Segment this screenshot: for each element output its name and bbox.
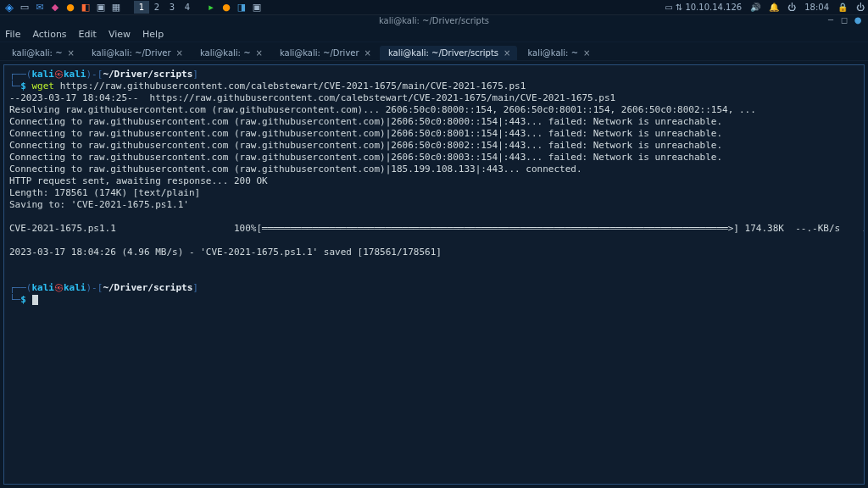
terminal-tabs: kali@kali: ~× kali@kali: ~/Driver× kali@… xyxy=(0,42,868,61)
app-icon[interactable]: ◆ xyxy=(49,2,61,14)
system-taskbar: ◈ ▭ ✉ ◆ ● ◧ ▣ ▦ 1 2 3 4 ▸ ● ◨ ▣ ▭ ⇅ 10.1… xyxy=(0,0,868,15)
vscode-icon[interactable]: ◨ xyxy=(236,2,248,14)
menu-help[interactable]: Help xyxy=(142,29,164,40)
vpn-ip: 10.10.14.126 xyxy=(685,3,742,12)
close-icon[interactable]: × xyxy=(256,48,263,58)
window-titlebar[interactable]: kali@kali: ~/Driver/scripts xyxy=(0,15,868,27)
burp-icon[interactable]: ◧ xyxy=(80,2,92,14)
menu-actions[interactable]: Actions xyxy=(32,29,66,40)
kali-logo-icon[interactable]: ◈ xyxy=(3,2,15,14)
tab-label: kali@kali: ~/Driver xyxy=(280,48,359,58)
maximize-button[interactable]: ◻ xyxy=(839,15,849,25)
vpn-indicator[interactable]: ▭ ⇅ 10.10.14.126 xyxy=(665,3,742,12)
firefox2-icon[interactable]: ● xyxy=(220,2,232,14)
tab-label: kali@kali: ~ xyxy=(12,48,63,58)
terminal-icon[interactable]: ▣ xyxy=(95,2,107,14)
clock[interactable]: 18:04 xyxy=(804,3,829,12)
close-icon[interactable]: × xyxy=(68,48,75,58)
tray-app-icon[interactable]: ▸ xyxy=(205,2,217,14)
notification-icon[interactable]: 🔔 xyxy=(769,3,779,12)
progress-file: CVE-2021-1675.ps1.1 xyxy=(9,223,116,234)
close-icon[interactable]: × xyxy=(176,48,183,58)
progress-percent: 100% xyxy=(234,223,257,234)
tab-label: kali@kali: ~/Driver xyxy=(92,48,171,58)
menu-bar: File Actions Edit View Help xyxy=(0,27,868,42)
menu-edit[interactable]: Edit xyxy=(79,29,97,40)
menu-file[interactable]: File xyxy=(5,29,20,40)
minimize-button[interactable]: ─ xyxy=(826,15,836,25)
workspace-3[interactable]: 3 xyxy=(164,1,180,14)
tab-4[interactable]: kali@kali: ~/Driver/scripts× xyxy=(380,46,518,60)
workspace-switcher: 1 2 3 4 xyxy=(134,1,195,14)
close-icon[interactable]: × xyxy=(364,48,371,58)
tab-0[interactable]: kali@kali: ~× xyxy=(3,46,81,60)
mail-icon[interactable]: ✉ xyxy=(34,2,46,14)
tab-label: kali@kali: ~ xyxy=(200,48,251,58)
tab-1[interactable]: kali@kali: ~/Driver× xyxy=(83,46,190,60)
workspace-1[interactable]: 1 xyxy=(134,1,149,14)
term2-icon[interactable]: ▣ xyxy=(251,2,263,14)
window-controls: ─ ◻ ● xyxy=(826,15,863,25)
lock-icon[interactable]: 🔒 xyxy=(837,3,848,12)
progress-time: in 0.03s xyxy=(863,223,865,234)
tab-5[interactable]: kali@kali: ~× xyxy=(519,46,597,60)
volume-icon[interactable]: 🔊 xyxy=(750,3,760,12)
command-name: wget xyxy=(32,80,55,92)
progress-size: 174.38K xyxy=(745,223,784,234)
files-icon[interactable]: ▭ xyxy=(19,2,31,14)
workspace-4[interactable]: 4 xyxy=(180,1,195,14)
terminal-body[interactable]: ┌──(kali㉿kali)-[~/Driver/scripts] └─$ wg… xyxy=(3,64,865,485)
tab-3[interactable]: kali@kali: ~/Driver× xyxy=(271,46,378,60)
network-icon[interactable]: ⏻ xyxy=(787,3,796,12)
command-args: https://raw.githubusercontent.com/calebs… xyxy=(60,80,526,92)
menu-view[interactable]: View xyxy=(108,29,131,40)
firefox-icon[interactable]: ● xyxy=(64,2,76,14)
workspace-2[interactable]: 2 xyxy=(149,1,164,14)
tab-label: kali@kali: ~ xyxy=(527,48,578,58)
cursor xyxy=(32,295,38,305)
tab-label: kali@kali: ~/Driver/scripts xyxy=(388,48,498,58)
power-icon[interactable]: ⏻ xyxy=(856,3,865,12)
editor-icon[interactable]: ▦ xyxy=(110,2,122,14)
progress-rate: --.-KB/s xyxy=(795,223,840,234)
close-icon[interactable]: × xyxy=(504,48,510,58)
close-button[interactable]: ● xyxy=(853,15,863,25)
close-icon[interactable]: × xyxy=(583,48,590,58)
tab-2[interactable]: kali@kali: ~× xyxy=(192,46,270,60)
